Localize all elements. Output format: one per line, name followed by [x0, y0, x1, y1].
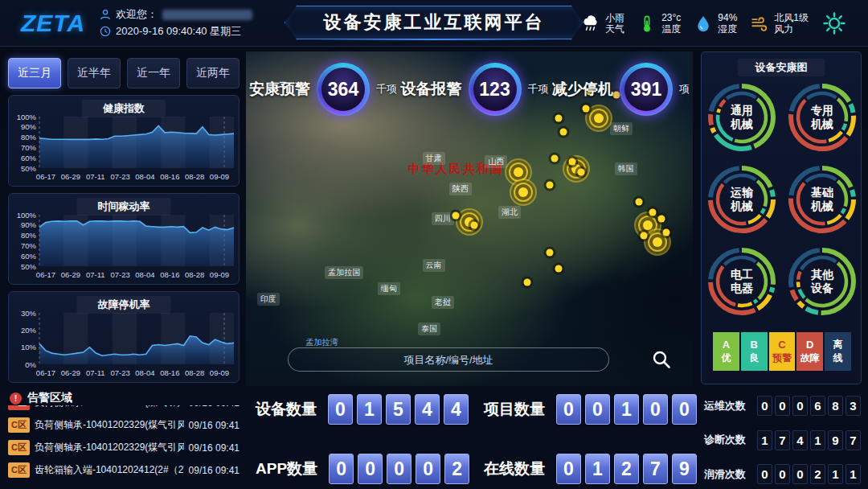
weather-value: 小雨 [605, 12, 624, 23]
digit-box: 0 [556, 454, 581, 484]
digit-box: 9 [828, 430, 843, 450]
digit-box: 0 [643, 394, 668, 425]
svg-text:30%: 30% [21, 310, 37, 318]
map-marker[interactable] [547, 249, 554, 256]
alert-row[interactable]: C区负荷侧轴承-10401202329(煤气引风机电...09/16 09:41 [8, 440, 240, 455]
alert-icon: ! [10, 392, 22, 405]
map-label-country: 缅甸 [378, 282, 400, 295]
digit-box: 0 [387, 454, 411, 484]
rain-cloud-icon [581, 14, 600, 32]
legend-item: D故障 [796, 332, 823, 371]
digit-box: 0 [556, 394, 581, 425]
health-gauge[interactable]: 基础机械 [788, 165, 857, 234]
weather-text: 北风1级风力 [774, 12, 809, 35]
map-marker[interactable] [653, 237, 662, 247]
map-marker[interactable] [568, 158, 575, 166]
svg-text:08-28: 08-28 [185, 172, 204, 181]
svg-text:06-17: 06-17 [36, 368, 55, 377]
kpi-unit: 千项 [376, 82, 397, 97]
filter-button-1[interactable]: 近三月 [8, 58, 61, 88]
map-marker[interactable] [551, 155, 558, 162]
map-label-province: 四川 [432, 212, 454, 225]
svg-text:08-16: 08-16 [160, 172, 179, 181]
chart-plot: 100%90%80%70%60%50%06-1706-2907-1107-230… [10, 113, 239, 186]
counter-label: 设备数量 [256, 399, 317, 420]
map-label-country: 韩国 [615, 162, 637, 175]
health-gauge[interactable]: 其他设备 [788, 247, 857, 316]
svg-text:08-16: 08-16 [160, 368, 179, 377]
svg-text:06-29: 06-29 [61, 172, 80, 181]
health-gauge[interactable]: 运输机械 [707, 165, 776, 234]
counter-group: APP数量00002 [256, 454, 463, 484]
health-gauge[interactable]: 电工电器 [707, 247, 776, 316]
digit-box: 4 [792, 430, 808, 450]
svg-text:06-17: 06-17 [36, 270, 55, 279]
map-marker[interactable] [518, 187, 528, 197]
digit-group: 000211 [757, 464, 861, 484]
weather-item: 23°c温度 [637, 12, 681, 35]
digit-box: 0 [328, 394, 353, 425]
svg-text:09-09: 09-09 [210, 270, 229, 279]
svg-text:80%: 80% [21, 133, 37, 142]
search-icon[interactable] [651, 349, 672, 370]
digit-box: 0 [358, 454, 383, 484]
map-marker[interactable] [658, 216, 665, 223]
kpi-ring-inner: 123 [473, 68, 517, 111]
gauge-label: 运输机械 [707, 165, 776, 234]
filter-button-2[interactable]: 近半年 [68, 58, 121, 88]
map-marker[interactable] [524, 279, 531, 286]
kpi-label: 减少停机 [552, 79, 613, 100]
map-marker[interactable] [636, 199, 643, 206]
alert-time: 09/16 09:41 [189, 420, 240, 431]
map-marker[interactable] [640, 232, 647, 239]
svg-text:10%: 10% [21, 343, 37, 351]
filter-button-3[interactable]: 近一年 [127, 58, 180, 88]
search-input[interactable] [289, 354, 608, 366]
alert-row[interactable]: C区齿轮箱输入端-10401202412(2#（2V）...09/16 09:4… [8, 462, 240, 478]
alert-row[interactable]: C区负荷侧轴承-10401202329(煤气引风机电...09/16 09:41 [8, 417, 240, 433]
dashboard: ZETA 欢迎您： 2020-9-16 09:40:40 星期三 设备安康工业互… [0, 0, 868, 489]
map-marker[interactable] [452, 212, 460, 219]
weather-label: 湿度 [718, 23, 737, 35]
weather-text: 小雨天气 [605, 12, 624, 35]
weather-item: 94%湿度 [694, 12, 737, 35]
counter-label: 在线数量 [484, 458, 545, 479]
legend-item: 离线 [825, 332, 851, 371]
map-marker[interactable] [649, 208, 656, 216]
digit-box: 1 [828, 464, 843, 484]
map-marker[interactable] [662, 228, 669, 236]
health-gauge[interactable]: 通用机械 [707, 83, 776, 152]
svg-text:50%: 50% [21, 164, 37, 173]
map-label-country: 孟加拉国 [325, 266, 363, 279]
digit-box: 7 [845, 430, 861, 450]
kpi-ring-inner: 391 [624, 68, 668, 111]
map-marker[interactable] [555, 265, 563, 273]
filter-button-4[interactable]: 近两年 [186, 58, 240, 88]
map-marker[interactable] [643, 220, 653, 230]
svg-text:08-04: 08-04 [135, 368, 154, 377]
svg-text:06-29: 06-29 [61, 270, 80, 279]
alert-row[interactable]: D区负荷侧轴承-10401202329(煤气引风机电...09/16 09:41 [8, 405, 240, 410]
alert-time: 09/16 09:41 [189, 442, 240, 454]
map-label-country: 朝鲜 [610, 122, 633, 135]
map-marker[interactable] [547, 182, 554, 189]
digit-box: 2 [810, 464, 825, 484]
map-marker[interactable] [514, 167, 523, 177]
svg-text:08-28: 08-28 [185, 270, 204, 279]
digit-box: 6 [810, 396, 825, 416]
gauge-label: 基础机械 [788, 165, 857, 234]
chart-card: 时间稼动率100%90%80%70%60%50%06-1706-2907-110… [8, 193, 240, 285]
map-marker[interactable] [470, 222, 477, 229]
gauge-label: 专用机械 [788, 83, 857, 152]
health-gauge[interactable]: 专用机械 [788, 83, 857, 152]
map-marker[interactable] [578, 168, 585, 175]
legend-item: C预警 [769, 332, 796, 371]
gear-icon[interactable] [821, 10, 847, 36]
map-label-province: 云南 [423, 259, 445, 272]
kpi-unit: 项 [679, 82, 690, 97]
digit-group: 00100 [556, 394, 697, 425]
svg-text:07-11: 07-11 [86, 270, 105, 279]
chart-plot: 30%20%10%0%06-1706-2907-1107-2308-0408-1… [10, 310, 239, 382]
map-marker[interactable] [559, 128, 567, 135]
digit-group: 00002 [329, 454, 469, 484]
